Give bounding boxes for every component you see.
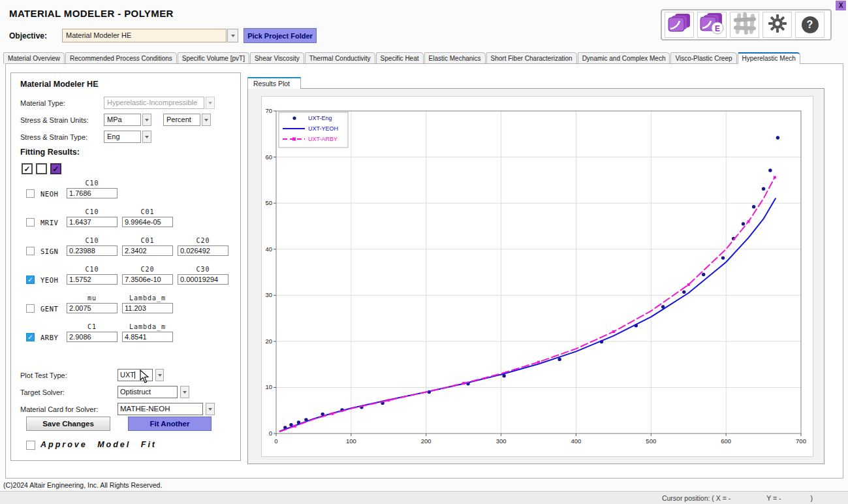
tab-specific-heat[interactable]: Specific Heat <box>376 52 424 64</box>
target-solver-label: Target Solver: <box>20 388 65 396</box>
top-toolbar: E <box>661 9 832 40</box>
material-curves-button[interactable] <box>665 12 694 38</box>
param-field-sign-c01[interactable]: 2.3402 <box>122 245 173 256</box>
svg-text:30: 30 <box>265 291 272 298</box>
approve-model-fit-checkbox[interactable] <box>26 441 35 450</box>
copyright-text: (C)2024 Altair Engineering, Inc. All Rig… <box>3 481 162 489</box>
results-chart: 0100200300400500600700010203040506070UXT… <box>262 97 813 456</box>
param-field-sign-c20[interactable]: 0.026492 <box>178 245 228 256</box>
model-checkbox-neoh[interactable] <box>26 189 35 198</box>
param-label-sign-c10: C10 <box>67 237 118 244</box>
model-name-neoh: NEOH <box>40 190 58 198</box>
stress-units-select[interactable]: MPa <box>104 114 141 126</box>
svg-text:UXT-YEOH: UXT-YEOH <box>308 125 338 132</box>
svg-text:60: 60 <box>265 153 272 161</box>
invert-model-selection-button[interactable]: ✓ <box>50 163 61 174</box>
param-field-neoh-c10[interactable]: 1.7686 <box>67 188 118 198</box>
material-curves-export-button[interactable]: E <box>697 12 727 38</box>
param-label-yeoh-c20: C20 <box>122 266 173 273</box>
e-badge: E <box>714 24 719 33</box>
param-field-arby-lambda_m[interactable]: 4.8541 <box>122 332 173 342</box>
stress-strain-units-label: Stress & Strain Units: <box>20 116 89 124</box>
close-button[interactable]: X <box>836 1 846 10</box>
param-label-yeoh-c30: C30 <box>178 266 228 273</box>
material-type-select: Hyperelastic-Incompressible <box>104 97 204 109</box>
param-label-yeoh-c10: C10 <box>67 266 118 273</box>
material-modeler-window: MATERIAL MODELER - POLYMER X <box>0 0 848 504</box>
stress-units-dropdown-arrow-icon[interactable] <box>142 114 151 126</box>
svg-text:UXT-ARBY: UXT-ARBY <box>308 136 338 142</box>
model-checkbox-mriv[interactable] <box>26 218 35 227</box>
help-button[interactable]: ? <box>795 12 824 38</box>
svg-text:400: 400 <box>571 437 581 445</box>
tab-material-overview[interactable]: Material Overview <box>3 52 65 64</box>
material-type-dropdown-arrow-icon <box>206 97 215 109</box>
page-title: MATERIAL MODELER - POLYMER <box>9 8 174 19</box>
model-checkbox-gent[interactable] <box>26 304 35 313</box>
param-field-gent-mu[interactable]: 2.0075 <box>67 303 118 313</box>
settings-button[interactable] <box>762 12 792 38</box>
model-checkbox-arby[interactable]: ✓ <box>26 333 35 341</box>
tab-recommended-process-conditions[interactable]: Recommended Process Conditions <box>65 52 177 64</box>
tab-dynamic-and-complex-mech[interactable]: Dynamic and Complex Mech <box>578 52 670 64</box>
param-field-yeoh-c10[interactable]: 1.5752 <box>67 274 118 285</box>
model-row-neoh: NEOHC101.7686 <box>11 180 242 207</box>
plot-test-type-dropdown-arrow-icon[interactable] <box>155 369 164 381</box>
tab-shear-viscosity[interactable]: Shear Viscosity <box>250 52 304 64</box>
target-solver-dropdown-arrow-icon[interactable] <box>180 386 189 398</box>
fitting-results-label: Fitting Results: <box>20 148 80 157</box>
param-field-mriv-c10[interactable]: 1.6437 <box>67 217 118 227</box>
model-name-gent: GENT <box>40 305 58 313</box>
param-label-gent-mu: mu <box>67 294 118 302</box>
param-label-sign-c01: C01 <box>122 237 173 244</box>
param-field-mriv-c01[interactable]: 9.9964e-05 <box>122 217 173 227</box>
tab-content: Material Modeler HE Material Type: Hyper… <box>5 63 843 479</box>
param-field-yeoh-c20[interactable]: 7.3506e-10 <box>122 274 173 285</box>
status-bar: Cursor position: ( X = - Y = - ) <box>0 491 848 504</box>
material-card-input[interactable]: MATHE-NEOH <box>118 403 203 415</box>
stress-strain-type-select[interactable]: Eng <box>104 131 141 143</box>
model-checkbox-yeoh[interactable]: ✓ <box>26 276 35 284</box>
pick-project-folder-button[interactable]: Pick Project Folder <box>243 28 317 43</box>
material-curves-e-icon: E <box>700 12 725 37</box>
svg-text:100: 100 <box>346 437 356 445</box>
model-name-mriv: MRIV <box>40 219 58 227</box>
tab-visco-plastic-creep[interactable]: Visco-Plastic Creep <box>670 52 736 64</box>
model-checkbox-sign[interactable] <box>26 247 35 255</box>
tab-results-plot[interactable]: Results Plot <box>247 77 301 89</box>
param-field-arby-c1[interactable]: 2.9086 <box>67 332 118 342</box>
param-field-sign-c10[interactable]: 0.23988 <box>67 245 118 256</box>
stress-strain-type-dropdown-arrow-icon[interactable] <box>142 131 151 143</box>
fit-another-button[interactable]: Fit Another <box>128 417 212 431</box>
save-changes-button[interactable]: Save Changes <box>26 417 110 431</box>
fiber-weave-icon <box>733 12 757 38</box>
strain-units-select[interactable]: Percent <box>163 114 200 126</box>
tab-elastic-mechanics[interactable]: Elastic Mechanics <box>424 52 486 64</box>
cursor-position-close-text: ) <box>811 494 813 502</box>
material-modeler-panel: Material Modeler HE Material Type: Hyper… <box>10 72 241 461</box>
results-plot-panel: 0100200300400500600700010203040506070UXT… <box>247 88 824 464</box>
param-label-arby-lambda_m: Lambda_m <box>122 323 173 330</box>
cursor-position-x-text: Cursor position: ( X = - <box>662 494 730 502</box>
cursor-position-y-text: Y = - <box>766 494 781 502</box>
fiber-weave-button[interactable] <box>730 12 759 38</box>
model-name-yeoh: YEOH <box>40 276 58 284</box>
objective-select[interactable]: Material Modeler HE <box>62 29 227 42</box>
tab-hyperelastic-mech[interactable]: Hyperelastic Mech <box>738 52 800 64</box>
strain-units-dropdown-arrow-icon[interactable] <box>202 114 211 126</box>
material-card-dropdown-arrow-icon[interactable] <box>206 403 215 415</box>
settings-gear-icon <box>768 14 787 36</box>
objective-dropdown-arrow-icon[interactable] <box>227 29 238 42</box>
param-field-gent-lambda_m[interactable]: 11.203 <box>122 303 173 313</box>
select-all-models-button[interactable]: ✓ <box>22 163 33 174</box>
svg-text:0: 0 <box>274 437 277 445</box>
model-row-sign: SIGNC100.23988C012.3402C200.026492 <box>11 237 242 264</box>
plot-test-type-label: Plot Test Type: <box>20 371 67 379</box>
tab-short-fiber-characterization[interactable]: Short Fiber Characterization <box>486 52 577 64</box>
svg-text:UXT-Eng: UXT-Eng <box>308 115 332 121</box>
target-solver-input[interactable]: Optistruct <box>118 386 178 398</box>
deselect-all-models-button[interactable] <box>36 163 47 174</box>
tab-specific-volume-pvt-[interactable]: Specific Volume [pvT] <box>178 52 249 64</box>
tab-thermal-conductivity[interactable]: Thermal Conductivity <box>305 52 375 64</box>
param-field-yeoh-c30[interactable]: 0.00019294 <box>178 274 228 285</box>
